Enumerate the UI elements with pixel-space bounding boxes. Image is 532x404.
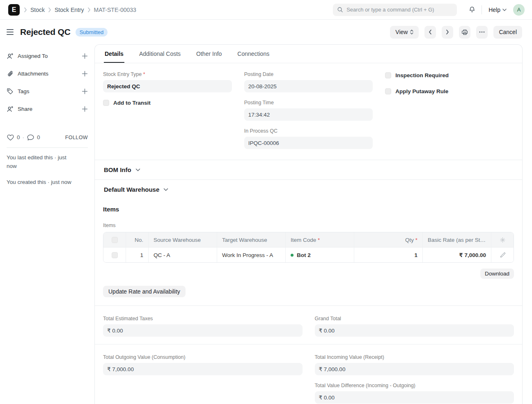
column-target-warehouse: Target Warehouse	[217, 232, 286, 247]
in-process-qc-input[interactable]: IPQC-00006	[244, 137, 373, 149]
total-value-difference-field: Total Value Difference (Incoming - Outgo…	[315, 383, 514, 404]
column-source-warehouse: Source Warehouse	[149, 232, 217, 247]
assign-user-icon	[7, 53, 14, 60]
edit-row-button[interactable]	[491, 248, 514, 262]
basic-rate-cell[interactable]: ₹ 7,000.00	[423, 248, 491, 262]
item-code-cell[interactable]: Bot 2	[286, 248, 354, 262]
apply-putaway-rule-checkbox[interactable]	[385, 88, 391, 94]
stock-entry-type-field: Stock Entry Type * Rejected QC	[103, 71, 232, 92]
stock-entry-type-input[interactable]: Rejected QC	[103, 80, 232, 92]
print-button[interactable]	[459, 26, 470, 39]
chevron-right-icon	[87, 7, 91, 12]
posting-date-input[interactable]: 20-08-2025	[244, 80, 373, 92]
bom-info-section-toggle[interactable]: BOM Info	[95, 160, 522, 179]
search-input[interactable]	[346, 7, 453, 13]
configure-columns-button[interactable]	[491, 232, 514, 247]
form-card: Details Additional Costs Other Info Conn…	[94, 44, 523, 404]
sidebar-item-label: Tags	[18, 88, 30, 94]
like-count: 0	[17, 134, 20, 140]
posting-date-field: Posting Date 20-08-2025	[244, 71, 373, 92]
sidebar-item-assigned-to: Assigned To	[7, 53, 88, 60]
page-actions: View Cancel	[390, 26, 522, 39]
previous-document-button[interactable]	[424, 26, 436, 39]
qty-cell[interactable]: 1	[354, 248, 423, 262]
status-badge: Submitted	[76, 28, 108, 37]
notifications-bell-icon[interactable]	[468, 6, 476, 14]
sidebar-divider	[7, 147, 88, 148]
share-button[interactable]	[82, 106, 88, 112]
column-item-code: Item Code *	[286, 232, 354, 247]
sidebar-toggle-icon[interactable]	[7, 29, 14, 35]
select-all-checkbox[interactable]	[112, 237, 118, 243]
tab-connections[interactable]: Connections	[236, 45, 270, 63]
item-status-dot-icon	[291, 254, 294, 257]
breadcrumb-stock[interactable]: Stock	[30, 7, 45, 13]
menu-ellipsis-button[interactable]	[476, 26, 488, 39]
created-text[interactable]: You created this · just now	[7, 178, 76, 187]
chevron-right-icon	[24, 7, 27, 12]
items-section: Items Items No. Source Warehouse Target …	[95, 199, 522, 305]
target-warehouse-cell[interactable]: Work In Progress - A	[217, 248, 286, 262]
total-outgoing-field: Total Outgoing Value (Consumption) ₹ 7,0…	[103, 354, 303, 375]
column-basic-rate: Basic Rate (as per Sto...	[423, 232, 491, 247]
help-menu[interactable]: Help	[488, 7, 507, 13]
add-attachment-button[interactable]	[82, 71, 88, 77]
total-incoming-input[interactable]: ₹ 7,000.00	[315, 363, 514, 375]
tab-additional-costs[interactable]: Additional Costs	[138, 45, 181, 63]
chevron-right-icon	[48, 7, 51, 12]
chevron-down-icon	[135, 168, 140, 172]
paperclip-icon	[7, 70, 14, 77]
add-assignment-button[interactable]	[82, 53, 88, 59]
update-rate-availability-button[interactable]: Update Rate and Availability	[103, 286, 186, 297]
table-row[interactable]: 1 QC - A Work In Progress - A Bot 2 1 ₹ …	[103, 247, 514, 262]
posting-time-input[interactable]: 17:34:42	[244, 108, 373, 121]
navbar: E Stock Stock Entry MAT-STE-00033 Help A	[0, 0, 532, 20]
total-outgoing-input[interactable]: ₹ 7,000.00	[103, 363, 303, 375]
sidebar-item-label: Assigned To	[18, 53, 48, 59]
add-tag-button[interactable]	[82, 88, 88, 94]
breadcrumb-stock-entry[interactable]: Stock Entry	[55, 7, 84, 13]
default-warehouse-section-toggle[interactable]: Default Warehouse	[95, 179, 522, 199]
chevron-down-icon	[163, 188, 168, 191]
items-grid-label: Items	[103, 223, 514, 228]
grand-total-input[interactable]: ₹ 0.00	[315, 324, 514, 337]
inspection-required-checkbox[interactable]	[385, 72, 391, 78]
column-no: No.	[126, 232, 149, 247]
total-value-difference-input[interactable]: ₹ 0.00	[315, 391, 514, 404]
total-estimated-taxes-input[interactable]: ₹ 0.00	[103, 324, 303, 337]
tab-details[interactable]: Details	[104, 45, 124, 63]
sidebar-item-label: Share	[18, 106, 32, 112]
comment-count: 0	[37, 134, 40, 140]
values-section: Total Outgoing Value (Consumption) ₹ 7,0…	[95, 344, 522, 404]
items-table-header: No. Source Warehouse Target Warehouse It…	[103, 232, 514, 247]
comment-bubble-icon[interactable]	[27, 134, 34, 141]
follow-button[interactable]: FOLLOW	[65, 135, 88, 140]
view-switcher-button[interactable]: View	[390, 26, 419, 39]
next-document-button[interactable]	[442, 26, 453, 39]
row-checkbox[interactable]	[112, 252, 118, 258]
add-to-transit-checkbox[interactable]	[103, 100, 109, 106]
download-button[interactable]: Download	[480, 269, 514, 279]
cancel-button[interactable]: Cancel	[493, 26, 522, 39]
breadcrumb: Stock Stock Entry MAT-STE-00033	[24, 7, 136, 13]
items-section-title: Items	[103, 206, 514, 213]
last-edited-text[interactable]: You last edited this · just now	[7, 154, 76, 171]
tab-other-info[interactable]: Other Info	[195, 45, 222, 63]
required-mark: *	[143, 71, 145, 77]
grand-total-field: Grand Total ₹ 0.00	[315, 316, 514, 337]
share-user-icon	[7, 106, 14, 112]
total-estimated-taxes-field: Total Estimated Taxes ₹ 0.00	[103, 316, 303, 337]
source-warehouse-cell[interactable]: QC - A	[149, 248, 217, 262]
required-mark: *	[318, 237, 320, 243]
items-table: No. Source Warehouse Target Warehouse It…	[103, 232, 514, 263]
in-process-qc-field: In Process QC IPQC-00006	[244, 128, 373, 149]
like-heart-icon[interactable]	[7, 134, 14, 141]
pencil-icon	[500, 252, 506, 258]
app-logo-icon[interactable]: E	[8, 4, 20, 16]
page-title: Rejected QC	[20, 27, 71, 37]
required-mark: *	[415, 237, 417, 243]
global-search[interactable]	[333, 4, 457, 16]
user-avatar[interactable]: A	[513, 4, 525, 16]
sidebar-item-tags: Tags	[7, 88, 88, 95]
breadcrumb-document-id[interactable]: MAT-STE-00033	[94, 7, 136, 13]
